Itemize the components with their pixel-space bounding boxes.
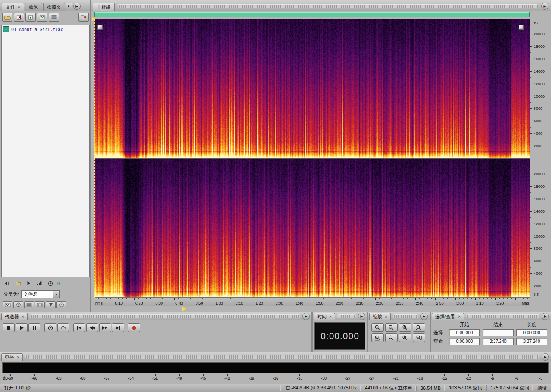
zoom-out-button[interactable] xyxy=(385,323,398,332)
play-button[interactable] xyxy=(16,323,28,332)
zoom-to-selection-button[interactable] xyxy=(413,323,425,332)
zoom-in-horizontal-button[interactable] xyxy=(399,323,411,332)
go-to-end-button[interactable] xyxy=(112,323,124,332)
levels-tab[interactable]: 电平 × xyxy=(1,353,23,361)
close-icon[interactable]: × xyxy=(17,355,19,360)
show-cd-files-toggle[interactable] xyxy=(56,301,66,308)
pause-button[interactable] xyxy=(28,323,40,332)
panel-menu-button[interactable]: ▶ xyxy=(358,313,365,320)
tab-favorites[interactable]: 收藏夹 xyxy=(43,3,65,11)
fast-forward-button[interactable] xyxy=(99,323,111,332)
time-tab[interactable]: 时间 × xyxy=(314,313,335,320)
panel-menu-button[interactable]: ▶ xyxy=(420,313,428,320)
tab-main-group[interactable]: 主群组 xyxy=(93,3,115,11)
sort-dropdown[interactable]: 文件名 ▼ xyxy=(21,290,60,298)
db-tick xyxy=(517,374,517,376)
range-bar[interactable] xyxy=(94,12,530,17)
edit-file-button[interactable] xyxy=(37,13,47,22)
corner-handle-right[interactable] xyxy=(519,25,524,30)
close-icon[interactable]: × xyxy=(385,314,387,319)
zoom-out-full-button[interactable] xyxy=(371,333,384,342)
view-length-field[interactable]: 3:37.240 xyxy=(516,338,547,345)
record-button[interactable] xyxy=(128,323,140,332)
media-options-button[interactable] xyxy=(78,13,89,22)
minor-tick xyxy=(427,298,428,299)
show-audio-files-toggle[interactable] xyxy=(3,301,12,308)
close-file-icon xyxy=(16,15,22,20)
selection-end-field[interactable] xyxy=(483,329,514,336)
spectral-display[interactable]: Hz Hz 2000018000160001400012000100008000… xyxy=(91,18,551,297)
filter-files-toggle[interactable] xyxy=(46,301,56,308)
file-list[interactable]: ♪ 01 About a Girl.flac xyxy=(1,25,90,277)
time-title: 时间 xyxy=(317,314,327,320)
transport-tab[interactable]: 传送器 × xyxy=(1,313,28,320)
time-display[interactable]: 0:00.000 xyxy=(314,322,365,350)
frequency-ruler[interactable]: Hz Hz 2000018000160001400012000100008000… xyxy=(530,18,551,297)
close-icon[interactable]: × xyxy=(329,314,332,319)
panel-grip[interactable] xyxy=(118,4,538,8)
clip-indicator[interactable] xyxy=(548,363,548,373)
preview-speaker-icon[interactable] xyxy=(3,280,11,287)
corner-handle-left[interactable] xyxy=(97,25,103,30)
panel-grip[interactable] xyxy=(337,314,356,318)
panel-menu-button[interactable]: ▶ xyxy=(73,3,81,10)
loop-play-button[interactable] xyxy=(57,323,69,332)
zoom-tab[interactable]: 缩放 × xyxy=(369,313,391,320)
view-end-field[interactable]: 3:37.240 xyxy=(483,338,514,345)
tab-files[interactable]: 文件 × xyxy=(2,3,24,11)
selection-start-field[interactable]: 0:00.000 xyxy=(449,329,480,336)
close-icon[interactable]: × xyxy=(22,314,24,319)
panel-grip[interactable] xyxy=(393,314,418,318)
panel-grip[interactable] xyxy=(30,314,300,318)
panel-menu-button[interactable]: ▶ xyxy=(302,313,310,320)
zoom-in-button[interactable] xyxy=(371,323,384,332)
autoplay-icon[interactable] xyxy=(25,280,33,287)
import-file-button[interactable] xyxy=(25,13,36,22)
db-tick xyxy=(34,374,35,376)
preview-volume-icon[interactable] xyxy=(36,280,44,287)
panel-grip[interactable] xyxy=(25,355,539,359)
open-file-button[interactable] xyxy=(2,13,12,22)
loop-count[interactable]: 0 xyxy=(57,281,60,286)
insert-into-multitrack-button[interactable] xyxy=(49,13,59,22)
panel-menu-button[interactable]: ▶ xyxy=(542,353,549,361)
preview-folder-icon[interactable] xyxy=(14,280,22,287)
loop-playback-icon[interactable] xyxy=(47,280,54,287)
panel-menu-button[interactable]: ▶ xyxy=(541,3,548,10)
timeline-label: 2:00 xyxy=(336,301,343,305)
file-item[interactable]: ♪ 01 About a Girl.flac xyxy=(2,25,89,33)
panel-grip[interactable] xyxy=(466,314,539,318)
panel-menu-button[interactable]: ▶ xyxy=(542,313,549,320)
freq-label: 8000 xyxy=(534,106,542,111)
major-tick xyxy=(115,298,115,300)
db-unit-label: dB xyxy=(3,376,8,380)
status-view-mode[interactable]: 频谱 xyxy=(533,385,551,391)
stop-button[interactable] xyxy=(3,323,15,332)
show-session-files-toggle[interactable] xyxy=(24,301,34,308)
zoom-in-vertical-button[interactable] xyxy=(399,333,411,342)
go-to-beginning-button[interactable] xyxy=(73,323,85,332)
close-icon[interactable]: × xyxy=(18,5,20,9)
selection-length-field[interactable]: 0:00.000 xyxy=(516,329,547,336)
spectrogram-canvas[interactable] xyxy=(94,19,530,298)
zoom-out-vertical-button[interactable] xyxy=(413,333,425,342)
play-from-cursor-button[interactable] xyxy=(44,323,56,332)
show-loop-files-toggle[interactable] xyxy=(13,301,23,308)
start-marker-icon[interactable] xyxy=(92,17,96,21)
freq-label: 12000 xyxy=(534,222,545,226)
selview-tab[interactable]: 选择/查看 × xyxy=(432,313,464,320)
zoom-horizontal-button[interactable] xyxy=(385,333,398,342)
level-meter[interactable] xyxy=(2,362,549,373)
tab-scroll-button[interactable]: ▶ xyxy=(66,3,72,9)
tab-effects[interactable]: 效果 xyxy=(25,3,42,11)
timeline-ruler[interactable]: hms hms 0:100:200:300:400:501:001:101:20… xyxy=(94,297,530,306)
view-start-field[interactable]: 0:00.000 xyxy=(449,338,480,345)
rewind-button[interactable] xyxy=(86,323,98,332)
minor-tick xyxy=(359,298,359,299)
start-marker-icon[interactable] xyxy=(182,307,186,311)
chevron-down-icon[interactable]: ▼ xyxy=(53,291,59,298)
close-file-button[interactable] xyxy=(14,13,24,22)
playhead[interactable] xyxy=(94,19,95,298)
close-icon[interactable]: × xyxy=(458,314,461,319)
show-video-files-toggle[interactable] xyxy=(35,301,45,308)
